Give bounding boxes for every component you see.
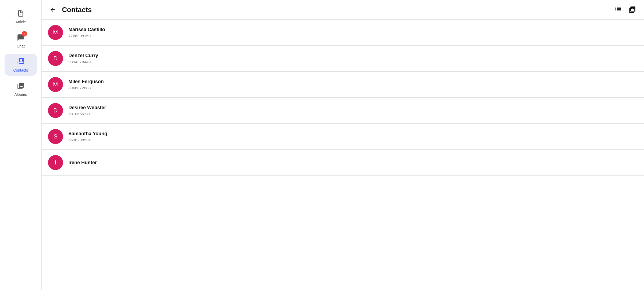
contact-avatar: S [48,129,63,144]
main-content: Contacts MMarissa Castillo7766398169DDen… [42,0,644,290]
contact-avatar: I [48,155,63,170]
contact-phone: 9394378449 [68,60,98,64]
contact-name: Desiree Webster [68,105,106,111]
chat-badge: 2 [22,31,27,36]
contact-info: Miles Ferguson8966872888 [68,79,104,90]
contact-phone: 8966872888 [68,86,104,90]
contact-name: Miles Ferguson [68,79,104,85]
svg-rect-0 [19,14,22,14]
contact-item[interactable]: DDesiree Webster6818656371 [42,98,644,124]
contact-avatar: D [48,103,63,118]
svg-rect-3 [17,61,18,61]
back-button[interactable] [48,5,58,14]
contacts-icon [16,57,25,67]
contact-info: Samantha Young6538288534 [68,131,107,142]
contact-item[interactable]: IIrene Hunter [42,150,644,176]
contact-item[interactable]: MMiles Ferguson8966872888 [42,72,644,98]
contact-name: Irene Hunter [68,160,97,166]
svg-rect-1 [19,15,21,15]
sidebar: Article 2 Chat Contacts Albums [0,0,42,290]
contact-avatar: M [48,77,63,92]
chat-icon: 2 [16,33,25,42]
article-icon [16,9,25,18]
contact-phone: 7766398169 [68,34,105,38]
contact-avatar: D [48,51,63,66]
contact-phone: 6538288534 [68,138,107,142]
contact-info: Marissa Castillo7766398169 [68,27,105,38]
contact-name: Denzel Curry [68,53,98,58]
sidebar-item-article[interactable]: Article [5,5,37,27]
contact-avatar: M [48,25,63,40]
svg-rect-4 [17,62,18,63]
sidebar-albums-label: Albums [14,92,27,97]
svg-rect-2 [17,60,18,60]
header: Contacts [42,0,644,20]
contact-name: Samantha Young [68,131,107,137]
clapper-button[interactable] [627,4,638,15]
contact-name: Marissa Castillo [68,27,105,32]
contact-item[interactable]: MMarissa Castillo7766398169 [42,20,644,46]
sidebar-item-contacts[interactable]: Contacts [5,54,37,76]
sidebar-item-albums[interactable]: Albums [5,78,37,100]
header-actions [613,4,638,15]
albums-icon [16,81,25,91]
contact-info: Denzel Curry9394378449 [68,53,98,64]
grid-view-button[interactable] [613,4,624,15]
sidebar-article-label: Article [16,20,26,24]
sidebar-item-chat[interactable]: 2 Chat [5,30,37,52]
contact-info: Desiree Webster6818656371 [68,105,106,116]
contact-item[interactable]: DDenzel Curry9394378449 [42,46,644,72]
sidebar-contacts-label: Contacts [13,68,28,72]
page-title: Contacts [62,6,613,14]
contact-item[interactable]: SSamantha Young6538288534 [42,124,644,150]
sidebar-chat-label: Chat [17,44,25,48]
contact-info: Irene Hunter [68,160,97,166]
contact-phone: 6818656371 [68,112,106,116]
contact-list: MMarissa Castillo7766398169DDenzel Curry… [42,20,644,290]
